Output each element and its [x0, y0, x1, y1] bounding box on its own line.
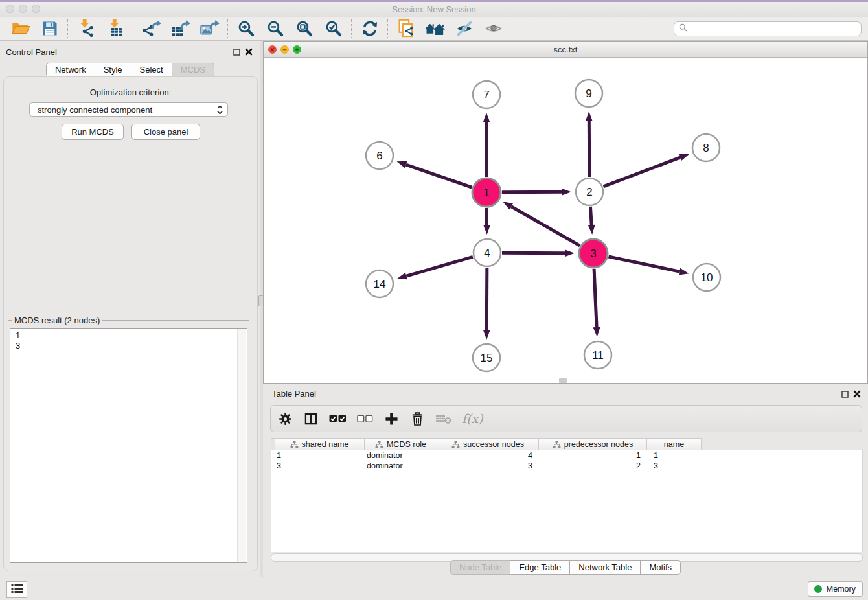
show-all-icon[interactable] [483, 19, 504, 39]
mcds-tab-content: Optimization criterion: strongly connect… [3, 76, 258, 571]
hide-selected-icon[interactable] [453, 19, 475, 39]
toolbar-group [133, 19, 227, 39]
table-panel-close-icon[interactable] [853, 390, 861, 400]
graph-edge-3-11[interactable] [594, 269, 597, 327]
export-table-icon[interactable] [170, 19, 191, 39]
table-cell[interactable]: 4 [437, 451, 539, 460]
table-tabs: Node TableEdge TableNetwork TableMotifs [263, 560, 868, 575]
column-header-label: predecessor nodes [564, 440, 633, 449]
graph-edge-arrowhead [483, 330, 490, 340]
deselect-all-icon[interactable] [357, 410, 373, 427]
graph-node-4[interactable]: 4 [474, 239, 501, 266]
export-network-icon[interactable] [141, 19, 162, 39]
graph-node-8[interactable]: 8 [692, 134, 720, 161]
graph-edge-4-14[interactable] [406, 257, 473, 276]
hierarchy-icon [375, 441, 383, 448]
refresh-icon[interactable] [359, 19, 380, 39]
table-cell[interactable]: dominator [365, 461, 437, 470]
home-icon[interactable] [424, 19, 446, 39]
table-cell[interactable]: 1 [539, 451, 647, 460]
graph-node-11[interactable]: 11 [584, 341, 611, 369]
table-cell[interactable]: 3 [647, 461, 702, 470]
criterion-select[interactable]: strongly connected component [29, 102, 228, 117]
column-header-successor-nodes[interactable]: successor nodes [437, 438, 539, 450]
run-mcds-button[interactable]: Run MCDS [62, 124, 124, 140]
save-icon[interactable] [39, 19, 60, 39]
tab-mcds[interactable]: MCDS [172, 63, 214, 77]
network-canvas[interactable]: 7968124314101511 [264, 57, 867, 383]
column-header-label: name [664, 440, 684, 449]
graph-node-15[interactable]: 15 [473, 344, 500, 371]
table-cell[interactable]: 3 [437, 461, 539, 470]
network-file-icon[interactable] [395, 19, 417, 39]
search-input[interactable] [690, 23, 861, 35]
zoom-selected-icon[interactable] [323, 19, 344, 39]
column-header-shared-name[interactable]: shared name [275, 438, 365, 450]
graph-node-6[interactable]: 6 [366, 142, 393, 169]
graph-node-3[interactable]: 3 [579, 239, 608, 268]
import-network-icon[interactable] [75, 19, 97, 39]
control-panel-float-icon[interactable] [233, 48, 240, 58]
graph-edge-4-15[interactable] [486, 268, 487, 330]
delete-icon[interactable] [409, 410, 425, 427]
zoom-fit-icon[interactable] [293, 19, 315, 39]
export-image-icon[interactable] [199, 19, 220, 39]
table-cell[interactable]: dominator [365, 451, 437, 460]
graph-node-label: 15 [481, 352, 493, 364]
gear-icon[interactable] [277, 410, 293, 427]
graph-edge-2-9[interactable] [589, 121, 589, 177]
graph-edge-arrowhead [397, 273, 407, 280]
search-icon [679, 23, 687, 34]
column-header-name[interactable]: name [647, 438, 702, 450]
add-icon[interactable] [383, 410, 399, 427]
table-cell[interactable]: 1 [275, 451, 365, 460]
toolbar-group [388, 19, 511, 39]
task-history-button[interactable] [6, 581, 27, 598]
table-tab-edge-table[interactable]: Edge Table [510, 560, 570, 575]
table-panel-float-icon[interactable] [841, 390, 849, 400]
graph-edge-1-2[interactable] [502, 192, 562, 192]
table-tab-node-table[interactable]: Node Table [450, 560, 511, 575]
control-panel-close-icon[interactable] [245, 48, 253, 58]
table-row[interactable]: 3dominator323 [271, 461, 862, 471]
table-cell[interactable]: 1 [647, 451, 702, 460]
close-panel-button[interactable]: Close panel [131, 124, 200, 140]
network-window-title: scc.txt [264, 45, 867, 54]
select-all-icon[interactable] [329, 410, 347, 427]
window-resize-handle[interactable] [559, 378, 567, 383]
mcds-result-list[interactable]: 13 [10, 328, 247, 563]
graph-edge-3-1[interactable] [511, 207, 580, 246]
table-tab-motifs[interactable]: Motifs [641, 560, 681, 575]
column-header-label: successor nodes [463, 440, 524, 449]
graph-node-2[interactable]: 2 [576, 178, 603, 205]
graph-edge-1-6[interactable] [406, 165, 472, 187]
network-window: scc.txt 7968124314101511 [263, 41, 868, 384]
split-columns-icon[interactable] [303, 410, 319, 427]
tab-network[interactable]: Network [46, 63, 95, 77]
graph-node-7[interactable]: 7 [473, 81, 500, 108]
graph-edge-4-3[interactable] [502, 253, 565, 253]
graph-node-9[interactable]: 9 [575, 80, 602, 107]
graph-edge-3-10[interactable] [608, 257, 679, 271]
graph-edge-2-8[interactable] [604, 157, 680, 187]
import-table-icon[interactable] [104, 19, 126, 39]
tab-select[interactable]: Select [131, 63, 172, 77]
graph-node-14[interactable]: 14 [366, 270, 393, 297]
scrollbar-track[interactable] [237, 329, 246, 562]
column-header-MCDS-role[interactable]: MCDS role [365, 438, 437, 450]
table-row[interactable]: 1dominator411 [271, 450, 862, 461]
search-box[interactable] [674, 21, 862, 36]
open-folder-icon[interactable] [10, 19, 31, 39]
table-cell[interactable]: 2 [539, 461, 647, 470]
network-window-titlebar[interactable]: scc.txt [264, 42, 867, 58]
tab-style[interactable]: Style [95, 63, 131, 77]
zoom-in-icon[interactable] [235, 19, 257, 39]
graph-node-10[interactable]: 10 [693, 264, 720, 291]
memory-button[interactable]: Memory [808, 581, 863, 597]
column-header-predecessor-nodes[interactable]: predecessor nodes [539, 438, 647, 450]
table-cell[interactable]: 3 [275, 461, 365, 470]
graph-edge-2-3[interactable] [590, 207, 591, 225]
graph-node-1[interactable]: 1 [472, 178, 501, 207]
table-tab-network-table[interactable]: Network Table [570, 560, 641, 575]
zoom-out-icon[interactable] [264, 19, 286, 39]
